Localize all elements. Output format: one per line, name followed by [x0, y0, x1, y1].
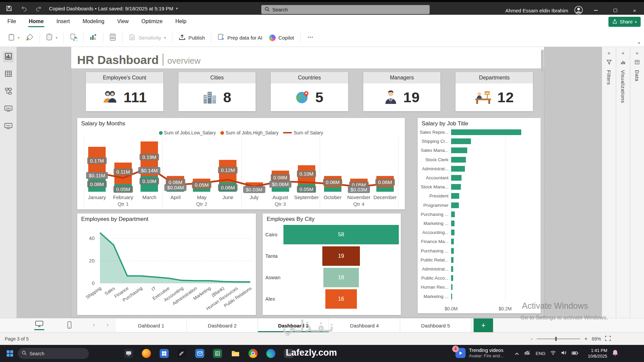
- firefox-icon[interactable]: [142, 349, 151, 358]
- column-low-salary[interactable]: [193, 189, 210, 192]
- tab-scroll-left-icon[interactable]: ‹: [93, 321, 95, 328]
- avatar[interactable]: [574, 6, 583, 15]
- save-icon[interactable]: [5, 4, 13, 13]
- redo-icon[interactable]: [34, 4, 43, 13]
- close-button[interactable]: ×: [628, 5, 641, 16]
- salary-bar[interactable]: [451, 157, 466, 163]
- kpi-card-countries[interactable]: Countries5: [271, 72, 348, 111]
- salary-bar[interactable]: [451, 248, 454, 254]
- report-page[interactable]: HR Dashboard overview Employee's Count11…: [71, 47, 544, 317]
- salary-bar[interactable]: [451, 294, 452, 299]
- card-employees-by-department[interactable]: Employees by Department 02040ShippingSal…: [77, 214, 256, 315]
- design-app-icon[interactable]: [177, 349, 186, 358]
- salary-bar[interactable]: [451, 129, 521, 135]
- tab-dashboard-4[interactable]: Dashboard 4: [329, 318, 400, 333]
- card-employees-by-city[interactable]: Employees By City Cairo58Tanta19Aswan18A…: [263, 214, 401, 315]
- chrome-icon[interactable]: [249, 349, 258, 358]
- refresh-button[interactable]: [66, 31, 80, 44]
- salary-bar[interactable]: [451, 166, 465, 172]
- card-salary-by-months[interactable]: Salary by Months Sum of Jobs.Low_SalaryS…: [77, 118, 405, 209]
- prep-data-ai-button[interactable]: Prep data for AI: [214, 31, 266, 44]
- kpi-card-departments[interactable]: DepartmentsHR12: [455, 72, 533, 111]
- zoom-in-button[interactable]: +: [584, 336, 588, 342]
- share-button[interactable]: Share ▾: [608, 17, 641, 27]
- menu-home[interactable]: Home: [29, 15, 44, 29]
- kpi-card-managers[interactable]: Managers19: [363, 72, 441, 111]
- pane-visualizations[interactable]: «Visualizations: [616, 47, 630, 318]
- taskbar-search-input[interactable]: Search: [18, 348, 89, 359]
- global-search-input[interactable]: Search: [261, 5, 430, 14]
- language-indicator[interactable]: ENG: [536, 351, 545, 356]
- publish-button[interactable]: Publish: [175, 31, 208, 44]
- pane-data[interactable]: «Data: [630, 47, 644, 318]
- salary-bar[interactable]: [451, 212, 455, 217]
- paste-button[interactable]: ▾: [5, 31, 23, 44]
- notifications-bell-icon[interactable]: [612, 349, 619, 358]
- battery-icon[interactable]: [572, 351, 578, 357]
- tab-dashboard-5[interactable]: Dashboard 5: [400, 318, 471, 333]
- fit-to-page-icon[interactable]: [605, 336, 611, 342]
- menu-modeling[interactable]: Modeling: [83, 15, 104, 29]
- city-bar[interactable]: 19: [322, 246, 360, 266]
- minimize-button[interactable]: [589, 5, 602, 16]
- new-visual-button[interactable]: [86, 31, 100, 44]
- salary-bar[interactable]: [451, 239, 454, 244]
- salary-bar[interactable]: [451, 275, 453, 281]
- salary-bar[interactable]: [451, 184, 461, 190]
- report-view-button[interactable]: [3, 52, 14, 62]
- menu-help[interactable]: Help: [175, 15, 186, 29]
- excel-icon[interactable]: [213, 349, 222, 358]
- page-scrollbar[interactable]: [541, 48, 544, 316]
- add-page-button[interactable]: +: [474, 318, 493, 333]
- ribbon-collapse-chevron[interactable]: ▾: [638, 41, 640, 45]
- column-low-salary[interactable]: [376, 187, 394, 192]
- maximize-button[interactable]: [608, 5, 622, 16]
- volume-icon[interactable]: [561, 350, 567, 357]
- expand-pane-icon[interactable]: «: [622, 50, 625, 56]
- file-explorer-icon[interactable]: [231, 349, 240, 358]
- expand-pane-icon[interactable]: «: [636, 50, 639, 56]
- copilot-button[interactable]: Copilot: [266, 32, 298, 44]
- salary-bar[interactable]: [451, 266, 453, 272]
- menu-insert[interactable]: Insert: [56, 15, 70, 29]
- format-painter-button[interactable]: [23, 31, 37, 44]
- salary-bar[interactable]: [451, 175, 462, 181]
- undo-icon[interactable]: [19, 4, 28, 13]
- document-title[interactable]: Copied Dashboards • Last saved: 9/18/202…: [49, 6, 178, 11]
- desktop-view-button[interactable]: [34, 320, 45, 330]
- task-view-icon[interactable]: [124, 349, 133, 358]
- tmdl-view-button[interactable]: TMDL: [3, 121, 14, 132]
- zoom-out-button[interactable]: -: [531, 336, 533, 342]
- city-bar[interactable]: 18: [323, 268, 359, 287]
- zoom-slider-thumb[interactable]: [555, 337, 557, 341]
- outlook-icon[interactable]: [195, 349, 204, 358]
- table-view-button[interactable]: [3, 69, 14, 80]
- column-low-salary[interactable]: [324, 187, 341, 192]
- onedrive-icon[interactable]: [524, 350, 531, 357]
- wifi-icon[interactable]: [550, 350, 556, 357]
- edge-icon[interactable]: [266, 349, 275, 358]
- dax-query-view-button[interactable]: DAX: [3, 104, 14, 115]
- expand-pane-icon[interactable]: «: [608, 50, 610, 56]
- mobile-view-button[interactable]: [67, 321, 72, 330]
- start-button[interactable]: [6, 350, 14, 357]
- salary-bar[interactable]: [451, 284, 452, 290]
- salary-bar[interactable]: [451, 257, 453, 263]
- model-view-button[interactable]: [3, 86, 14, 97]
- tab-scroll-right-icon[interactable]: ›: [107, 321, 109, 328]
- zoom-slider[interactable]: [537, 339, 580, 339]
- tab-dashboard-3[interactable]: Dashboard 3: [258, 318, 329, 333]
- city-bar[interactable]: 58: [283, 225, 399, 244]
- chevron-up-icon[interactable]: [515, 351, 519, 357]
- scrollbar-thumb[interactable]: [541, 50, 544, 72]
- salary-bar[interactable]: [451, 138, 471, 144]
- store-icon[interactable]: [160, 349, 169, 358]
- tab-dashboard-2[interactable]: Dashboard 2: [187, 318, 258, 333]
- menu-view[interactable]: View: [117, 15, 128, 29]
- kpi-card-employee-s-count[interactable]: Employee's Count111: [86, 72, 163, 111]
- salary-bar[interactable]: [451, 193, 459, 199]
- get-data-button[interactable]: ▾: [43, 31, 61, 44]
- more-apps-icon[interactable]: [284, 349, 293, 358]
- salary-bar[interactable]: [451, 230, 454, 235]
- kpi-card-cities[interactable]: Cities8: [178, 72, 256, 111]
